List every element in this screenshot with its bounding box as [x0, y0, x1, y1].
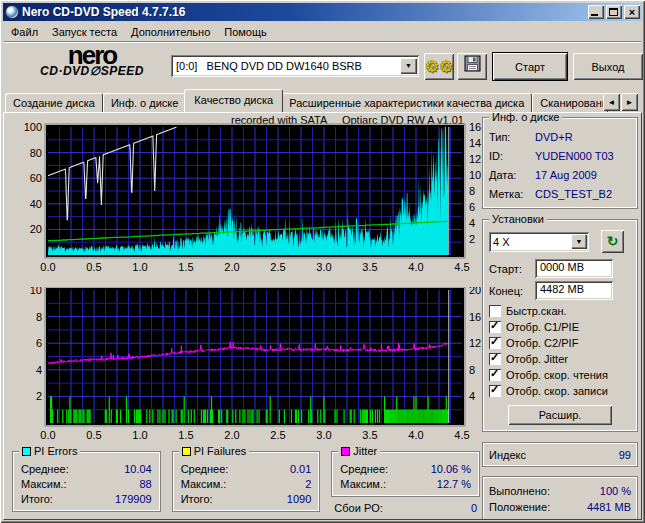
menu-run-test[interactable]: Запуск теста [45, 24, 124, 40]
jitter-swatch-icon [341, 447, 350, 456]
svg-text:20: 20 [469, 287, 481, 296]
disc-info-title: Инф. о диске [489, 112, 562, 123]
index-label: Индекс [489, 448, 526, 462]
svg-text:3.5: 3.5 [362, 261, 377, 273]
speed-value: 4.17 X [599, 515, 631, 520]
svg-text:2.0: 2.0 [224, 429, 239, 441]
stat-value: 2 [305, 477, 311, 492]
window-title: Nero CD-DVD Speed 4.7.7.16 [22, 5, 588, 19]
svg-text:4.5: 4.5 [454, 429, 469, 441]
po-failures-label: Сбои PO: [334, 501, 383, 516]
svg-text:12: 12 [469, 337, 481, 349]
stat-value: 88 [139, 477, 151, 492]
speed-select[interactable]: 4 X ▼ [489, 232, 589, 252]
save-button[interactable] [457, 53, 487, 80]
checkbox-show-c1-pie[interactable]: ✓ Отобр. C1/PIE [489, 319, 631, 335]
drive-select[interactable]: [0:0] BENQ DVD DD DW1640 BSRB ▼ [171, 55, 419, 77]
tab-scroll-left-button[interactable]: ◄ [603, 93, 620, 111]
checkbox-label: Отобр. C1/PIE [506, 321, 579, 333]
stat-label: Среднее: [340, 462, 388, 477]
svg-text:14: 14 [469, 137, 481, 149]
svg-text:16: 16 [469, 311, 481, 323]
stat-label: Максим.: [340, 477, 386, 492]
disc-id-label: ID: [489, 147, 535, 166]
disc-date-value: 17 Aug 2009 [535, 166, 597, 185]
tab-scroll-right-button[interactable]: ► [621, 93, 638, 111]
checkbox-icon: ✓ [489, 353, 501, 365]
svg-text:1.5: 1.5 [178, 429, 193, 441]
options-button[interactable]: ⚙⚙ [424, 53, 454, 80]
svg-text:0.5: 0.5 [86, 261, 101, 273]
svg-text:6: 6 [36, 337, 42, 349]
svg-text:80: 80 [30, 147, 42, 159]
menu-file[interactable]: Файл [4, 24, 45, 40]
app-icon [5, 5, 19, 19]
svg-text:1.0: 1.0 [132, 429, 147, 441]
stat-label: Итого: [181, 492, 213, 507]
tab-disc-quality[interactable]: Качество диска [184, 89, 283, 112]
chevron-down-icon[interactable]: ▼ [400, 58, 417, 74]
stat-label: Среднее: [181, 462, 229, 477]
refresh-button[interactable]: ↻ [601, 230, 624, 253]
tab-advanced-quality[interactable]: Расширенные характеристики качества диск… [281, 93, 532, 112]
settings-title: Установки [489, 213, 547, 225]
app-window: Nero CD-DVD Speed 4.7.7.16 × Файл Запуск… [0, 0, 645, 523]
checkbox-show-c2-pif[interactable]: ✓ Отобр. C2/PIF [489, 335, 631, 351]
exit-button[interactable]: Выход [573, 53, 643, 80]
speed-label: Скорость: [489, 515, 540, 520]
menu-help[interactable]: Помощь [217, 24, 274, 40]
stat-value: 179909 [115, 492, 152, 507]
drive-select-value: [0:0] BENQ DVD DD DW1640 BSRB [176, 60, 400, 72]
jitter-box: Jitter Среднее:10.06 % Максим.:12.7 % [331, 451, 480, 497]
checkbox-label: Быстр.скан. [506, 305, 567, 317]
maximize-icon [609, 8, 618, 16]
svg-text:8: 8 [469, 185, 475, 197]
advanced-button[interactable]: Расшир. [508, 405, 612, 425]
index-box: Индекс 99 [482, 442, 638, 467]
maximize-button[interactable] [606, 5, 622, 19]
checkbox-show-write-speed[interactable]: ✓ Отобр. скор. записи [489, 383, 631, 399]
tab-create-disc[interactable]: Создание диска [5, 93, 103, 112]
checkbox-fast-scan[interactable]: ✓ Быстр.скан. [489, 303, 631, 319]
sidebar: Инф. о диске Тип:DVD+R ID:YUDEN000 T03 Д… [482, 117, 638, 520]
tab-scandisc[interactable]: Сканировани [532, 93, 608, 112]
jitter-title: Jitter [353, 445, 377, 457]
tab-disc-info[interactable]: Инф. о диске [103, 93, 186, 112]
svg-text:40: 40 [30, 198, 42, 210]
stat-value: 10.06 % [431, 462, 471, 477]
menubar: Файл Запуск теста Дополнительно Помощь [3, 21, 642, 41]
disc-label-value: CDS_TEST_B2 [535, 185, 612, 204]
svg-text:1.5: 1.5 [178, 261, 193, 273]
end-mb-input[interactable]: 4482 MB [535, 281, 613, 300]
menu-extra[interactable]: Дополнительно [124, 24, 217, 40]
pi-errors-title: PI Errors [34, 445, 77, 457]
svg-text:2.0: 2.0 [224, 261, 239, 273]
svg-text:1.0: 1.0 [132, 261, 147, 273]
svg-text:4.5: 4.5 [454, 261, 469, 273]
stat-value: 1090 [287, 492, 311, 507]
svg-text:20: 20 [30, 223, 42, 235]
index-value: 99 [619, 448, 631, 462]
left-arrow-icon: ◄ [608, 98, 616, 107]
svg-text:60: 60 [30, 172, 42, 184]
chevron-down-icon[interactable]: ▼ [571, 234, 587, 249]
minimize-button[interactable] [588, 5, 604, 19]
gears-icon: ⚙⚙ [425, 58, 454, 75]
checkbox-show-read-speed[interactable]: ✓ Отобр. скор. чтения [489, 367, 631, 383]
tab-bar: Создание диска Инф. о диске Качество дис… [3, 89, 642, 112]
stat-label: Максим.: [21, 477, 67, 492]
checkbox-label: Отобр. Jitter [506, 353, 568, 365]
start-mb-input[interactable]: 0000 MB [535, 259, 613, 278]
svg-text:100: 100 [24, 123, 42, 133]
titlebar[interactable]: Nero CD-DVD Speed 4.7.7.16 × [3, 3, 642, 21]
svg-text:10: 10 [30, 287, 42, 296]
svg-text:2.5: 2.5 [270, 429, 285, 441]
disc-type-value: DVD+R [535, 128, 573, 147]
start-button[interactable]: Старт [493, 53, 567, 80]
checkbox-label: Отобр. скор. чтения [506, 369, 608, 381]
svg-text:10: 10 [469, 169, 481, 181]
checkbox-show-jitter[interactable]: ✓ Отобр. Jitter [489, 351, 631, 367]
toolbar: nero CD·DVD∅SPEED [0:0] BENQ DVD DD DW16… [3, 43, 642, 89]
jitter-chart: 108642201612840.00.51.01.52.02.53.03.54.… [10, 287, 484, 443]
close-button[interactable]: × [624, 5, 640, 19]
